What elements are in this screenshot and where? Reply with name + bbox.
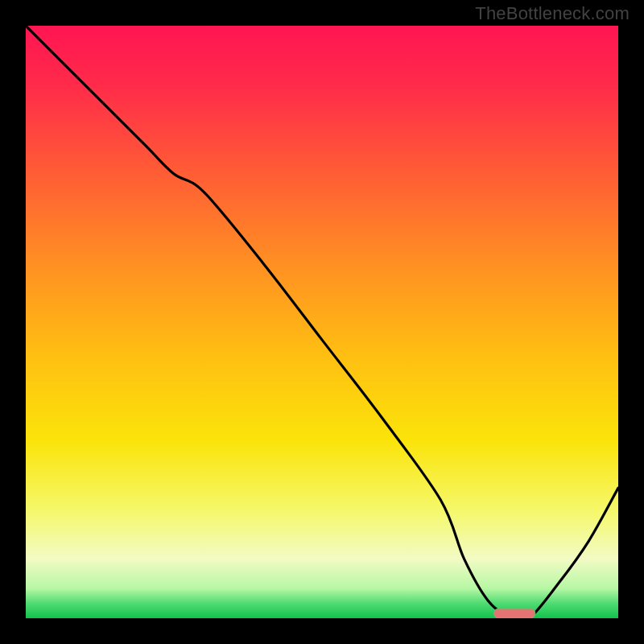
chart-svg (26, 26, 618, 618)
watermark-text: TheBottleneck.com (475, 3, 630, 24)
optimal-marker (493, 609, 535, 618)
plot-area (26, 26, 618, 618)
chart-frame: TheBottleneck.com (0, 0, 644, 644)
